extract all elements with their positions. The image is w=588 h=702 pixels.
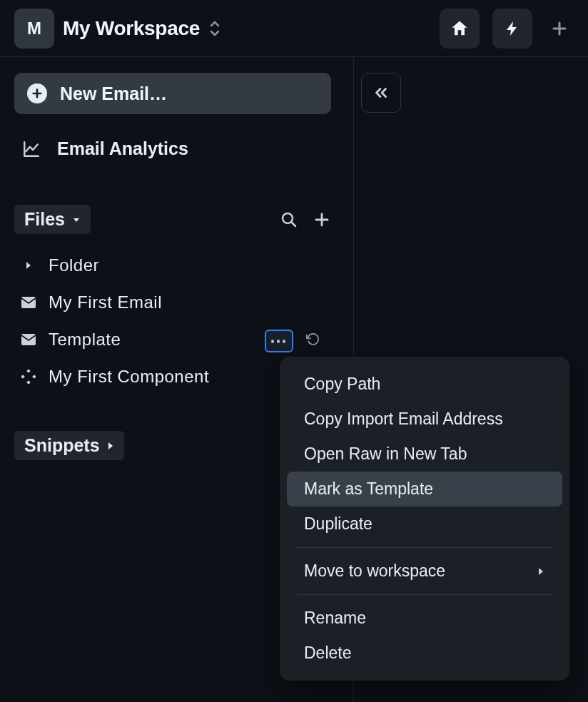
add-button[interactable] xyxy=(545,14,574,43)
chevron-updown-icon xyxy=(208,20,221,37)
svg-rect-9 xyxy=(21,334,36,345)
caret-right-icon xyxy=(537,566,545,576)
plus-icon xyxy=(313,211,330,228)
home-button[interactable] xyxy=(440,9,480,49)
email-icon xyxy=(20,334,37,345)
topbar: M My Workspace xyxy=(0,0,588,57)
plus-icon xyxy=(551,20,568,37)
ctx-label: Mark as Template xyxy=(304,479,433,499)
ctx-label: Open Raw in New Tab xyxy=(304,444,467,464)
new-email-button[interactable]: New Email… xyxy=(14,73,331,114)
snippets-toggle[interactable]: Snippets xyxy=(14,431,124,460)
file-item-label: My First Component xyxy=(49,367,209,387)
plus-circle-icon xyxy=(27,83,47,103)
ctx-duplicate[interactable]: Duplicate xyxy=(287,507,562,541)
context-menu: Copy Path Copy Import Email Address Open… xyxy=(280,357,569,681)
ctx-label: Rename xyxy=(304,609,366,628)
analytics-label: Email Analytics xyxy=(57,138,188,159)
ctx-copy-import-email[interactable]: Copy Import Email Address xyxy=(287,402,562,437)
ctx-label: Copy Import Email Address xyxy=(304,410,503,429)
svg-rect-8 xyxy=(21,297,36,308)
file-item-email[interactable]: My First Email xyxy=(14,284,339,321)
files-header: Files xyxy=(14,205,339,234)
ctx-open-raw[interactable]: Open Raw in New Tab xyxy=(287,437,562,472)
file-item-label: Folder xyxy=(49,255,99,275)
workspace-badge: M xyxy=(14,9,54,49)
ctx-delete[interactable]: Delete xyxy=(287,636,562,671)
caret-down-icon xyxy=(72,215,81,224)
file-item-label: Template xyxy=(49,330,121,350)
component-icon xyxy=(20,370,37,384)
ctx-copy-path[interactable]: Copy Path xyxy=(287,367,562,402)
svg-rect-11 xyxy=(21,375,25,379)
caret-right-icon xyxy=(20,260,37,270)
ctx-separator xyxy=(297,547,552,548)
email-icon xyxy=(20,297,37,308)
svg-rect-12 xyxy=(32,375,36,379)
snippets-label: Snippets xyxy=(24,435,100,456)
workspace-selector[interactable]: M My Workspace xyxy=(14,9,221,49)
analytics-icon xyxy=(21,140,41,158)
email-analytics-nav[interactable]: Email Analytics xyxy=(14,128,339,169)
files-label: Files xyxy=(24,209,65,230)
files-toggle[interactable]: Files xyxy=(14,205,91,234)
ctx-label: Move to workspace xyxy=(304,561,445,581)
ctx-label: Delete xyxy=(304,644,351,663)
collapse-sidebar-button[interactable] xyxy=(361,73,401,113)
more-options-button[interactable]: ⋯ xyxy=(265,330,293,352)
workspace-name: My Workspace xyxy=(63,17,200,40)
ctx-move-to-workspace[interactable]: Move to workspace xyxy=(287,554,562,589)
files-actions xyxy=(280,211,330,228)
ctx-rename[interactable]: Rename xyxy=(287,601,562,636)
ellipsis-icon: ⋯ xyxy=(270,331,288,351)
files-add-button[interactable] xyxy=(313,211,330,228)
caret-right-icon xyxy=(107,442,114,450)
files-search-button[interactable] xyxy=(280,211,298,228)
svg-line-5 xyxy=(291,222,295,226)
bolt-icon xyxy=(504,19,521,39)
search-icon xyxy=(280,211,298,228)
chevron-double-left-icon xyxy=(372,83,390,102)
topbar-actions xyxy=(440,9,574,49)
home-icon xyxy=(450,19,470,39)
refresh-icon[interactable] xyxy=(306,332,320,347)
new-email-label: New Email… xyxy=(60,83,167,104)
ctx-label: Copy Path xyxy=(304,375,380,394)
ctx-label: Duplicate xyxy=(304,514,372,534)
ctx-mark-as-template[interactable]: Mark as Template xyxy=(287,472,562,507)
bolt-button[interactable] xyxy=(492,9,532,49)
svg-rect-13 xyxy=(26,380,31,384)
ctx-separator xyxy=(297,594,552,595)
file-item-label: My First Email xyxy=(49,292,162,312)
svg-rect-10 xyxy=(26,370,31,373)
file-item-template[interactable]: Template ⋯ xyxy=(14,321,339,358)
file-item-folder[interactable]: Folder xyxy=(14,247,339,284)
